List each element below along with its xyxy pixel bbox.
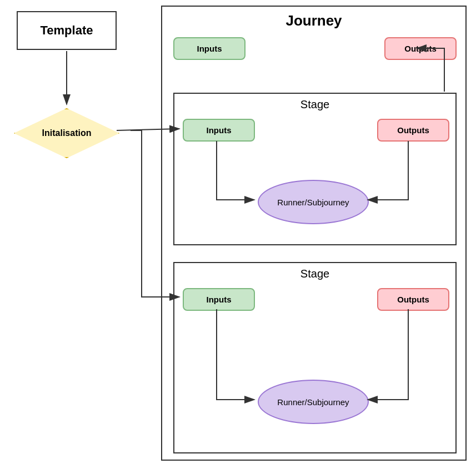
stage1-outputs-box: Outputs — [377, 119, 449, 142]
init-to-stage2-connector — [131, 130, 164, 297]
initialisation-diamond-wrapper: Initalisation — [11, 105, 122, 161]
journey-title: Journey — [162, 7, 465, 34]
diagram-container: Template Initalisation Journey Inputs Ou… — [0, 0, 476, 469]
journey-outputs-box: Outputs — [384, 37, 457, 60]
stage2-container: Stage Inputs Outputs Runner/Subjourney — [173, 262, 457, 453]
stage1-container: Stage Inputs Outputs Runner/Subjourney — [173, 93, 457, 245]
stage1-runner-ellipse: Runner/Subjourney — [258, 180, 369, 224]
template-label: Template — [41, 23, 93, 38]
stage1-title: Stage — [174, 94, 455, 114]
stage2-runner-ellipse: Runner/Subjourney — [258, 380, 369, 424]
template-box: Template — [17, 11, 117, 50]
stage2-inputs-box: Inputs — [183, 288, 255, 311]
initialisation-diamond — [14, 108, 119, 158]
stage2-title: Stage — [174, 263, 455, 283]
stage1-inputs-box: Inputs — [183, 119, 255, 142]
journey-container: Journey Inputs Outputs Stage Inputs Outp… — [161, 6, 467, 461]
journey-inputs-box: Inputs — [173, 37, 245, 60]
stage2-outputs-box: Outputs — [377, 288, 449, 311]
